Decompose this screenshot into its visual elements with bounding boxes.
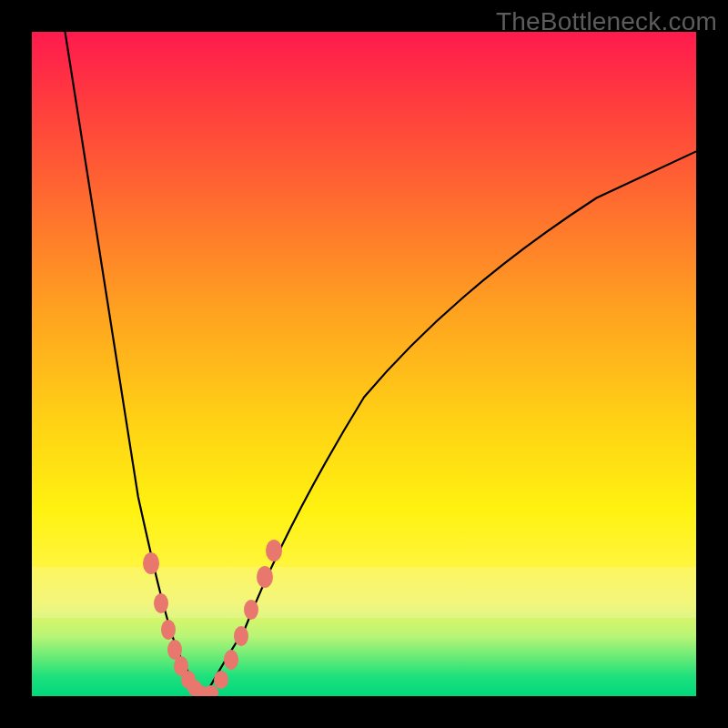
chart-svg <box>32 32 696 696</box>
svg-point-9 <box>204 685 218 696</box>
svg-point-2 <box>161 620 176 640</box>
svg-point-13 <box>244 600 258 620</box>
curve-left <box>66 32 205 696</box>
svg-point-10 <box>214 671 228 689</box>
watermark-text: TheBottleneck.com <box>496 7 717 36</box>
svg-point-15 <box>266 540 282 561</box>
svg-point-12 <box>234 626 248 646</box>
svg-point-0 <box>143 552 159 574</box>
curve-right <box>205 151 696 696</box>
svg-point-14 <box>257 566 273 588</box>
svg-point-11 <box>224 650 238 670</box>
chart-frame: TheBottleneck.com <box>0 0 728 728</box>
marker-group <box>143 540 282 696</box>
svg-point-1 <box>154 593 168 613</box>
plot-area <box>32 32 696 696</box>
